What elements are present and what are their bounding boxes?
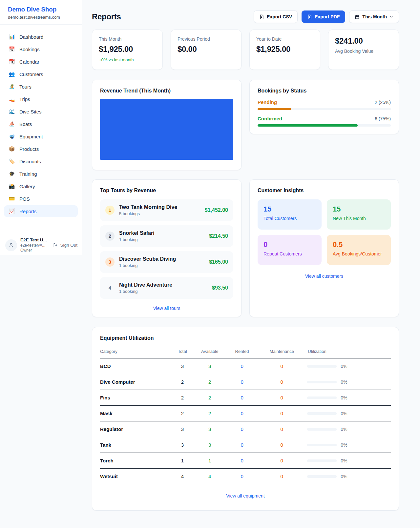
sidebar-item-label: POS bbox=[19, 196, 30, 202]
revenue-trend-chart bbox=[100, 99, 233, 160]
sidebar-item-products[interactable]: 📦Products bbox=[4, 143, 78, 155]
view-all-customers-link[interactable]: View all customers bbox=[258, 274, 391, 279]
calendar-icon: 📆 bbox=[9, 59, 15, 65]
stat-card: $241.00Avg Booking Value bbox=[328, 30, 399, 70]
equipment-total: 1 bbox=[173, 453, 192, 469]
sidebar-item-label: Dive Sites bbox=[19, 109, 42, 114]
equipment-category: Regulator bbox=[100, 421, 173, 437]
equipment-row: Tank 3 3 0 0 0% bbox=[100, 437, 391, 453]
equipment-utilization-card: Equipment Utilization CategoryTotalAvail… bbox=[92, 327, 399, 511]
equipment-maintenance: 0 bbox=[256, 358, 307, 374]
period-select-button[interactable]: This Month bbox=[349, 10, 399, 23]
sidebar-item-boats[interactable]: ⛵Boats bbox=[4, 118, 78, 130]
brand-domain: demo.test.divestreams.com bbox=[8, 15, 74, 20]
utilization-bar bbox=[307, 475, 337, 478]
sidebar-item-calendar[interactable]: 📆Calendar bbox=[4, 56, 78, 68]
equipment-maintenance: 0 bbox=[256, 437, 307, 453]
stat-label: Year to Date bbox=[256, 36, 313, 42]
insight-value: 15 bbox=[263, 205, 316, 213]
equipment-total: 2 bbox=[173, 390, 192, 406]
sidebar-item-label: Tours bbox=[19, 84, 32, 90]
bookings-by-status-card: Bookings by Status Pending 2 (25%) Confi… bbox=[249, 80, 399, 134]
equipment-utilization: 0% bbox=[307, 374, 391, 390]
sidebar-item-reports[interactable]: 📈Reports bbox=[4, 205, 78, 217]
stat-note: +0% vs last month bbox=[99, 57, 156, 62]
view-all-tours-link[interactable]: View all tours bbox=[100, 306, 233, 311]
sidebar-item-discounts[interactable]: 🏷️Discounts bbox=[4, 155, 78, 167]
brand-name: Demo Dive Shop bbox=[8, 6, 74, 13]
insight-label: New This Month bbox=[333, 216, 385, 221]
sidebar-nav: 📊Dashboard📅Bookings📆Calendar👥Customers🏝️… bbox=[0, 25, 82, 217]
equipment-maintenance: 0 bbox=[256, 390, 307, 406]
sidebar-item-trips[interactable]: 🚤Trips bbox=[4, 93, 78, 105]
status-item: Pending 2 (25%) bbox=[258, 99, 391, 110]
user-email: e2e-tester@... bbox=[20, 243, 47, 248]
reports-icon: 📈 bbox=[9, 208, 15, 214]
equipment-rented: 0 bbox=[228, 469, 256, 484]
equipment-utilization: 0% bbox=[307, 453, 391, 469]
utilization-percent: 0% bbox=[341, 364, 347, 369]
equipment-maintenance: 0 bbox=[256, 453, 307, 469]
utilization-percent: 0% bbox=[341, 411, 347, 416]
tour-amount: $214.50 bbox=[209, 233, 228, 239]
sign-out-button[interactable]: Sign Out bbox=[53, 243, 77, 248]
stat-card: Year to Date$1,925.00 bbox=[249, 30, 320, 70]
customer-insights-card: Customer Insights 15 Total Customers15 N… bbox=[249, 179, 399, 317]
bookings-icon: 📅 bbox=[9, 46, 15, 52]
export-csv-label: Export CSV bbox=[267, 14, 292, 19]
equipment-rented: 0 bbox=[228, 358, 256, 374]
tour-rank-badge: 2 bbox=[105, 232, 115, 241]
tour-name: Two Tank Morning Dive bbox=[119, 204, 200, 210]
brand: Demo Dive Shop demo.test.divestreams.com bbox=[0, 0, 82, 25]
insight-label: Repeat Customers bbox=[263, 251, 316, 256]
equipment-total: 2 bbox=[173, 374, 192, 390]
user-info: E2E Test U... e2e-tester@... Owner bbox=[20, 237, 47, 253]
tour-rank-badge: 4 bbox=[105, 283, 115, 293]
status-value: 2 (25%) bbox=[375, 100, 391, 105]
status-progress-fill bbox=[258, 108, 291, 110]
equipment-total: 3 bbox=[173, 421, 192, 437]
stat-label: Avg Booking Value bbox=[335, 49, 392, 54]
insight-value: 0 bbox=[263, 240, 316, 249]
sidebar-item-customers[interactable]: 👥Customers bbox=[4, 68, 78, 80]
sidebar-user-footer: E2E Test U... e2e-tester@... Owner Sign … bbox=[0, 235, 82, 255]
status-label: Pending bbox=[258, 99, 277, 105]
tour-bookings: 1 booking bbox=[119, 263, 204, 268]
equipment-utilization-title: Equipment Utilization bbox=[100, 335, 391, 341]
sidebar: Demo Dive Shop demo.test.divestreams.com… bbox=[0, 0, 82, 255]
sidebar-item-label: Reports bbox=[19, 209, 37, 214]
sidebar-item-gallery[interactable]: 📸Gallery bbox=[4, 180, 78, 192]
tour-name: Snorkel Safari bbox=[119, 230, 204, 236]
file-download-icon bbox=[307, 14, 312, 19]
equipment-table-header: CategoryTotalAvailableRentedMaintenanceU… bbox=[100, 346, 391, 358]
revenue-trend-title: Revenue Trend (This Month) bbox=[100, 88, 233, 94]
equipment-row: Torch 1 1 0 0 0% bbox=[100, 453, 391, 469]
charts-row: Revenue Trend (This Month) Bookings by S… bbox=[92, 80, 399, 170]
insight-value: 15 bbox=[333, 205, 385, 213]
export-csv-button[interactable]: Export CSV bbox=[254, 10, 298, 23]
status-list: Pending 2 (25%) Confirmed 6 (75%) bbox=[258, 99, 391, 127]
logout-icon bbox=[53, 243, 58, 248]
period-label: This Month bbox=[362, 14, 387, 19]
sidebar-item-bookings[interactable]: 📅Bookings bbox=[4, 43, 78, 55]
tour-bookings: 1 booking bbox=[119, 289, 207, 294]
tour-info: Night Dive Adventure 1 booking bbox=[119, 282, 207, 294]
sidebar-item-training[interactable]: 🎓Training bbox=[4, 168, 78, 180]
boats-icon: ⛵ bbox=[9, 121, 15, 127]
equipment-total: 2 bbox=[173, 406, 192, 421]
equipment-row: Mask 2 2 0 0 0% bbox=[100, 406, 391, 421]
sidebar-item-equipment[interactable]: 🤿Equipment bbox=[4, 131, 78, 142]
equipment-column-header: Available bbox=[192, 346, 227, 358]
equipment-maintenance: 0 bbox=[256, 469, 307, 484]
equipment-available: 2 bbox=[192, 390, 227, 406]
export-pdf-button[interactable]: Export PDF bbox=[302, 10, 345, 23]
sidebar-item-tours[interactable]: 🏝️Tours bbox=[4, 81, 78, 92]
page-title: Reports bbox=[92, 12, 121, 21]
tour-row: 1 Two Tank Morning Dive 5 bookings $1,45… bbox=[100, 199, 233, 221]
main-content: Reports Export CSV Export PDF This Month bbox=[92, 0, 399, 511]
sidebar-item-dive-sites[interactable]: 🌊Dive Sites bbox=[4, 106, 78, 117]
view-all-equipment-link[interactable]: View all equipment bbox=[100, 493, 391, 498]
sidebar-item-pos[interactable]: 💳POS bbox=[4, 193, 78, 205]
sidebar-item-dashboard[interactable]: 📊Dashboard bbox=[4, 31, 78, 43]
tour-row: 2 Snorkel Safari 1 booking $214.50 bbox=[100, 225, 233, 247]
